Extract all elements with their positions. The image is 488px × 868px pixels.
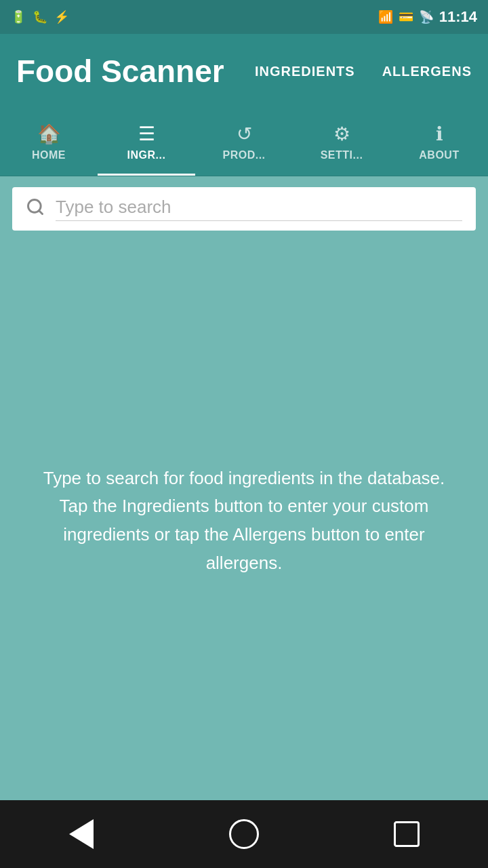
battery-100-icon: 🔋 <box>11 9 26 24</box>
status-bar: 🔋 🐛 ⚡ 📶 💳 📡 11:14 <box>0 0 488 34</box>
tab-products-label: PROD... <box>222 149 265 161</box>
list-icon: ☰ <box>138 123 155 145</box>
info-text: Type to search for food ingredients in t… <box>27 465 461 577</box>
wifi-icon: 📶 <box>378 9 393 24</box>
search-container <box>12 187 476 231</box>
tab-home[interactable]: 🏠 HOME <box>0 108 98 176</box>
status-time: 11:14 <box>439 8 477 26</box>
signal-icon: 📡 <box>419 9 434 24</box>
status-bar-right-icons: 📶 💳 📡 11:14 <box>378 8 477 26</box>
app-title: Food Scanner <box>16 53 255 90</box>
ingredients-button[interactable]: INGREDIENTS <box>255 64 355 79</box>
tab-settings-label: SETTI... <box>321 149 363 161</box>
tab-about[interactable]: ℹ ABOUT <box>390 108 488 176</box>
tab-ingredients[interactable]: ☰ INGR... <box>98 108 195 176</box>
svg-line-1 <box>39 210 42 214</box>
app-bar: Food Scanner INGREDIENTS ALLERGENS <box>0 34 488 108</box>
tab-bar: 🏠 HOME ☰ INGR... ↺ PROD... ⚙ SETTI... ℹ … <box>0 108 488 176</box>
bug-icon: 🐛 <box>33 9 47 24</box>
status-bar-left-icons: 🔋 🐛 ⚡ <box>11 9 69 24</box>
allergens-button[interactable]: ALLERGENS <box>382 64 472 79</box>
gear-icon: ⚙ <box>333 123 350 145</box>
history-icon: ↺ <box>237 123 252 145</box>
home-nav-icon <box>229 819 259 849</box>
recent-button[interactable] <box>386 814 427 854</box>
back-icon <box>69 819 94 849</box>
info-icon: ℹ <box>436 123 443 145</box>
recent-icon <box>394 821 420 847</box>
usb-icon: ⚡ <box>54 9 69 24</box>
search-icon <box>26 197 45 221</box>
home-icon: 🏠 <box>37 123 61 145</box>
home-button[interactable] <box>224 814 264 854</box>
search-input[interactable] <box>56 197 462 221</box>
tab-ingredients-label: INGR... <box>127 149 166 161</box>
back-button[interactable] <box>61 814 102 854</box>
tab-settings[interactable]: ⚙ SETTI... <box>293 108 390 176</box>
tab-about-label: ABOUT <box>419 149 459 161</box>
main-content: Type to search for food ingredients in t… <box>0 241 488 800</box>
tab-home-label: HOME <box>32 149 66 161</box>
sd-icon: 💳 <box>399 9 413 24</box>
tab-products[interactable]: ↺ PROD... <box>195 108 293 176</box>
nav-bar <box>0 800 488 868</box>
app-bar-actions: INGREDIENTS ALLERGENS <box>255 64 472 79</box>
